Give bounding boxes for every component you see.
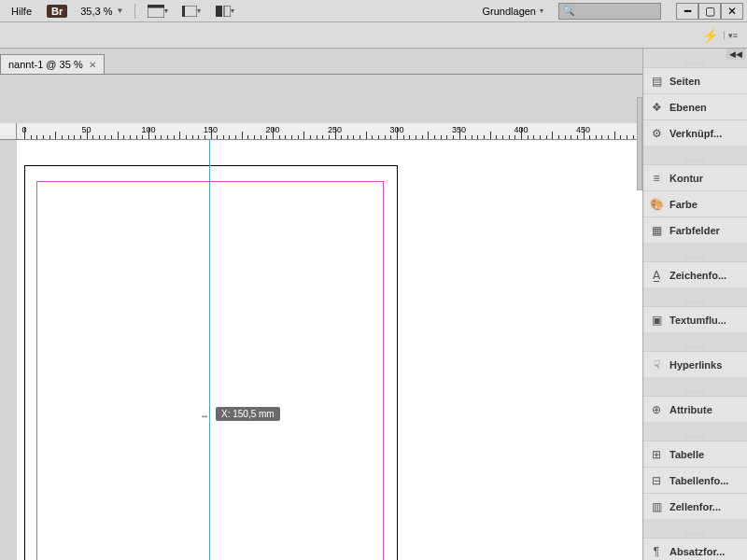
panel-item[interactable]: ▥Zellenfor...	[643, 493, 747, 519]
svg-rect-1	[148, 7, 164, 18]
panel-item[interactable]: ¶Absatzfor...	[643, 538, 747, 560]
hyperlinks-icon: ☟	[649, 357, 664, 372]
panel-item-label: Zellenfor...	[669, 501, 721, 512]
panel-group: ::::::::A̲Zeichenfo...	[643, 252, 747, 287]
separator	[134, 4, 135, 19]
view-options-button[interactable]: ▾	[145, 2, 171, 21]
ruler-origin[interactable]	[0, 123, 17, 140]
grip-handle[interactable]: ::::::::	[643, 528, 747, 538]
panel-group: ::::::::⊕Attribute	[643, 386, 747, 422]
zoom-value: 35,3 %	[80, 6, 112, 17]
position-readout: X: 150,5 mm	[216, 407, 280, 421]
color-icon: 🎨	[649, 197, 664, 212]
paragraph-icon: ¶	[649, 544, 664, 559]
svg-rect-4	[216, 6, 222, 17]
grip-handle[interactable]: ::::::::	[643, 431, 747, 441]
tab-title: nannt-1 @ 35 %	[8, 59, 83, 70]
search-icon: 🔍	[563, 6, 574, 16]
minimize-button[interactable]: ━	[676, 3, 698, 20]
search-input[interactable]: 🔍	[558, 3, 661, 20]
grip-handle[interactable]: ::::::::	[643, 252, 747, 261]
help-menu[interactable]: Hilfe	[4, 3, 39, 20]
panel-item-label: Hyperlinks	[669, 359, 722, 371]
panel-group: ::::::::▣Textumflu...	[643, 297, 747, 332]
close-button[interactable]: ✕	[721, 3, 743, 20]
workspace-switcher[interactable]: Grundlagen ▾	[475, 3, 552, 20]
panels-column: ◀◀ ::::::::▤Seiten❖Ebenen⚙Verknüpf...:::…	[642, 49, 747, 560]
stroke-icon: ≡	[649, 171, 664, 186]
panel-group: ::::::::▤Seiten❖Ebenen⚙Verknüpf...	[643, 58, 747, 146]
main-area: nannt-1 @ 35 % ✕ 05010015020025030035040…	[0, 49, 747, 560]
chevron-down-icon: ▾	[197, 7, 201, 15]
svg-rect-5	[224, 6, 231, 17]
grip-handle[interactable]: ::::::::	[643, 297, 747, 306]
window-controls: ━ ▢ ✕	[676, 3, 743, 20]
attributes-icon: ⊕	[649, 402, 664, 417]
panel-item-label: Verknüpf...	[669, 128, 722, 139]
panel-item-label: Tabelle	[669, 449, 704, 460]
zoom-level-dropdown[interactable]: 35,3 % ▼	[75, 3, 129, 20]
chevron-down-icon: ▾	[231, 7, 234, 15]
panel-item-label: Ebenen	[669, 102, 707, 113]
links-icon: ⚙	[649, 126, 664, 141]
margin-guide	[36, 181, 384, 560]
panel-item[interactable]: A̲Zeichenfo...	[643, 261, 747, 287]
screen-mode-button[interactable]: ▾	[178, 2, 204, 21]
lightning-icon[interactable]: ⚡	[702, 28, 718, 43]
layers-icon: ❖	[649, 100, 664, 115]
swatches-icon: ▦	[649, 223, 664, 238]
panel-item-label: Absatzfor...	[669, 546, 725, 557]
panel-item-label: Attribute	[669, 404, 712, 415]
panel-item-label: Farbe	[669, 199, 698, 210]
document-tab[interactable]: nannt-1 @ 35 % ✕	[0, 54, 105, 74]
vertical-guide[interactable]	[209, 140, 210, 560]
move-cursor-icon: ↔	[200, 411, 209, 421]
cellstyles-icon: ▥	[649, 499, 664, 514]
panel-item-label: Seiten	[669, 76, 700, 87]
panel-item[interactable]: ≡Kontur	[643, 164, 747, 190]
panel-group: ::::::::¶Absatzfor...	[643, 528, 747, 560]
panel-item[interactable]: ▦Farbfelder	[643, 217, 747, 243]
panel-group: ::::::::≡Kontur🎨Farbe▦Farbfelder	[643, 155, 747, 243]
panel-item[interactable]: ⚙Verknüpf...	[643, 119, 747, 146]
panel-item-label: Farbfelder	[669, 225, 720, 236]
table-icon: ⊞	[649, 447, 664, 462]
panel-item[interactable]: 🎨Farbe	[643, 190, 747, 217]
tab-strip: nannt-1 @ 35 % ✕	[0, 49, 642, 75]
svg-rect-3	[182, 6, 185, 17]
document-area: nannt-1 @ 35 % ✕ 05010015020025030035040…	[0, 49, 642, 560]
workspace-name: Grundlagen	[483, 6, 537, 17]
tablestyles-icon: ⊟	[649, 473, 664, 488]
canvas[interactable]: ↔ X: 150,5 mm	[17, 140, 747, 560]
arrange-button[interactable]: ▾	[212, 2, 238, 21]
bridge-button[interactable]: Br	[47, 5, 67, 18]
top-menubar: Hilfe Br 35,3 % ▼ ▾ ▾ ▾ Grundlagen ▾ 🔍 ━…	[0, 0, 747, 22]
panel-item-label: Textumflu...	[669, 315, 726, 326]
chevron-down-icon: ▾	[164, 7, 168, 15]
panel-item[interactable]: ⊕Attribute	[643, 396, 747, 422]
panel-group: ::::::::⊞Tabelle⊟Tabellenfo...▥Zellenfor…	[643, 431, 747, 519]
chevron-down-icon: ▾	[540, 7, 543, 15]
maximize-button[interactable]: ▢	[698, 3, 721, 20]
panel-item-label: Zeichenfo...	[669, 270, 726, 281]
grip-handle[interactable]: ::::::::	[643, 342, 747, 351]
panel-item[interactable]: ☟Hyperlinks	[643, 351, 747, 377]
textwrap-icon: ▣	[649, 313, 664, 328]
panel-item[interactable]: ▣Textumflu...	[643, 306, 747, 332]
control-bar: ⚡ ▾≡	[0, 22, 747, 49]
panel-item-label: Tabellenfo...	[669, 475, 728, 486]
collapse-panels-icon[interactable]: ◀◀	[726, 49, 745, 60]
panel-item[interactable]: ⊟Tabellenfo...	[643, 467, 747, 493]
tab-close-icon[interactable]: ✕	[89, 60, 96, 70]
pages-icon: ▤	[649, 74, 664, 89]
chevron-down-icon: ▼	[117, 7, 124, 15]
grip-handle[interactable]: ::::::::	[643, 386, 747, 396]
character-icon: A̲	[649, 268, 664, 283]
panel-item[interactable]: ❖Ebenen	[643, 93, 747, 119]
panel-item-label: Kontur	[669, 173, 703, 184]
panel-item[interactable]: ⊞Tabelle	[643, 441, 747, 467]
panel-item[interactable]: ▤Seiten	[643, 67, 747, 93]
flyout-menu-button[interactable]: ▾≡	[724, 31, 738, 40]
grip-handle[interactable]: ::::::::	[643, 155, 747, 164]
panel-group: ::::::::☟Hyperlinks	[643, 342, 747, 377]
